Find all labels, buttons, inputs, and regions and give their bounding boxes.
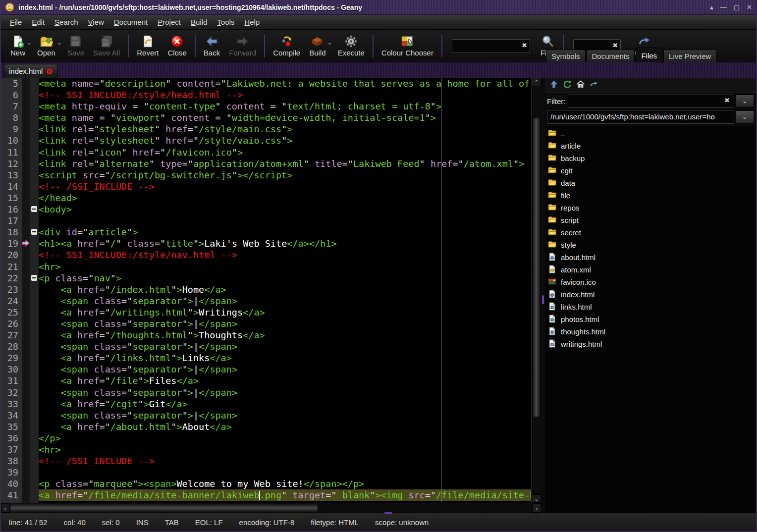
marker-margin[interactable] — [22, 135, 30, 146]
line-number[interactable]: 31 — [1, 375, 22, 386]
fold-margin[interactable] — [30, 398, 39, 410]
marker-margin[interactable] — [22, 467, 30, 478]
fold-margin[interactable] — [30, 112, 39, 123]
fold-margin[interactable] — [30, 272, 39, 284]
code-line-34[interactable]: 34 <span class="separator">|</span> — [1, 410, 531, 421]
close-button[interactable]: Close — [167, 35, 186, 57]
marker-margin[interactable] — [22, 421, 30, 432]
fold-collapse-icon[interactable] — [31, 229, 37, 235]
tab-live-preview[interactable]: Live Preview — [663, 50, 716, 62]
code-line-32[interactable]: 32 <span class="separator">|</span> — [1, 387, 531, 398]
open-button[interactable]: Open — [37, 35, 55, 57]
line-number[interactable]: 7 — [1, 101, 22, 112]
code-text[interactable]: <!-- SSI_INCLUDE:/style/head.html --> — [39, 89, 531, 101]
code-text[interactable]: <link rel="stylesheet" href="/style/main… — [39, 123, 531, 135]
code-text[interactable]: </p> — [39, 432, 531, 444]
fold-margin[interactable] — [30, 329, 39, 341]
scroll-down-arrow[interactable]: ⌄ — [532, 494, 541, 503]
marker-margin[interactable] — [22, 410, 30, 421]
code-line-9[interactable]: 9<link rel="stylesheet" href="/style/mai… — [1, 123, 531, 135]
line-number[interactable]: 35 — [1, 421, 22, 432]
code-text[interactable]: <a href="/cgit">Git</a> — [39, 398, 531, 410]
marker-margin[interactable] — [22, 387, 30, 398]
menu-build[interactable]: Build — [186, 16, 212, 28]
line-number[interactable]: 33 — [1, 398, 22, 410]
file-about.html[interactable]: about.html — [545, 251, 756, 264]
fold-margin[interactable] — [30, 387, 39, 398]
vertical-scroll-thumb[interactable] — [532, 118, 541, 417]
code-text[interactable]: <span class="separator">|</span> — [39, 318, 531, 329]
code-line-5[interactable]: 5<meta name="description" content="Lakiw… — [1, 78, 531, 89]
build-dropdown-arrow[interactable]: ⌄ — [327, 39, 332, 46]
line-number[interactable]: 6 — [1, 89, 22, 101]
fold-margin[interactable] — [30, 364, 39, 375]
folder-..[interactable]: .. — [545, 127, 756, 140]
fold-margin[interactable] — [30, 261, 39, 272]
marker-margin[interactable] — [22, 192, 30, 204]
fold-margin[interactable] — [30, 467, 39, 478]
scroll-left-arrow[interactable]: ‹ — [1, 503, 9, 513]
fold-margin[interactable] — [30, 307, 39, 318]
marker-margin[interactable] — [22, 158, 30, 169]
fold-margin[interactable] — [30, 78, 39, 89]
line-number[interactable]: 11 — [1, 147, 22, 158]
code-line-12[interactable]: 12<link rel="alternate" type="applicatio… — [1, 158, 531, 169]
code-text[interactable]: <!-- /SSI_INCLUDE --> — [39, 455, 531, 467]
file-atom.xml[interactable]: atom.xml — [545, 264, 756, 276]
marker-margin[interactable] — [22, 101, 30, 112]
code-text[interactable]: <a href="/writings.html">Writings</a> — [39, 307, 531, 318]
code-line-28[interactable]: 28 <span class="separator">|</span> — [1, 341, 531, 352]
marker-margin[interactable] — [22, 444, 30, 455]
code-line-33[interactable]: 33 <a href="/cgit">Git</a> — [1, 398, 531, 410]
tab-close-icon[interactable] — [46, 68, 53, 75]
menu-view[interactable]: View — [83, 16, 109, 28]
refresh-icon[interactable] — [563, 80, 572, 91]
code-line-11[interactable]: 11<link rel="icon" href="/favicon.ico"> — [1, 147, 531, 158]
fold-margin[interactable] — [30, 421, 39, 432]
code-line-13[interactable]: 13<script src="/script/bg-switcher.js"><… — [1, 169, 531, 181]
scroll-right-arrow[interactable]: › — [533, 503, 541, 513]
line-number[interactable]: 12 — [1, 158, 22, 169]
line-number[interactable]: 20 — [1, 249, 22, 261]
marker-margin[interactable] — [22, 261, 30, 272]
marker-margin[interactable] — [22, 272, 30, 284]
fold-margin[interactable] — [30, 147, 39, 158]
fold-margin[interactable] — [30, 158, 39, 169]
code-line-30[interactable]: 30 <span class="separator">|</span> — [1, 364, 531, 375]
marker-margin[interactable] — [22, 432, 30, 444]
code-text[interactable]: <link rel="alternate" type="application/… — [39, 158, 531, 169]
code-text[interactable]: <!-- SSI_INCLUDE:/style/nav.html --> — [39, 249, 531, 261]
code-text[interactable]: <a href="/links.html">Links</a> — [39, 352, 531, 364]
file-thoughts.html[interactable]: thoughts.html — [545, 325, 756, 338]
code-line-7[interactable]: 7<meta http-equiv = "content-type" conte… — [1, 101, 531, 112]
line-number[interactable]: 10 — [1, 135, 22, 146]
fold-margin[interactable] — [30, 284, 39, 295]
up-icon[interactable] — [549, 80, 558, 91]
folder-file[interactable]: file — [545, 189, 756, 202]
line-number[interactable]: 30 — [1, 364, 22, 375]
code-line-26[interactable]: 26 <span class="separator">|</span> — [1, 318, 531, 329]
tab-symbols[interactable]: Symbols — [546, 50, 586, 62]
marker-margin[interactable] — [22, 318, 30, 329]
fold-margin[interactable] — [30, 478, 39, 489]
code-line-38[interactable]: 38<!-- /SSI_INCLUDE --> — [1, 455, 531, 467]
fold-margin[interactable] — [30, 226, 39, 238]
code-text[interactable]: <!-- /SSI_INCLUDE --> — [39, 181, 531, 192]
folder-data[interactable]: data — [545, 177, 756, 189]
code-line-6[interactable]: 6<!-- SSI_INCLUDE:/style/head.html --> — [1, 89, 531, 101]
code-line-31[interactable]: 31 <a href="/file">Files</a> — [1, 375, 531, 386]
menu-edit[interactable]: Edit — [27, 16, 50, 28]
code-editor[interactable]: 5<meta name="description" content="Lakiw… — [1, 78, 531, 503]
fold-margin[interactable] — [30, 455, 39, 467]
folder-script[interactable]: script — [545, 214, 756, 226]
marker-margin[interactable] — [22, 89, 30, 101]
back-button[interactable]: Back — [204, 35, 220, 57]
open-dropdown-arrow[interactable]: ⌄ — [57, 39, 62, 46]
code-line-8[interactable]: 8<meta name = "viewport" content = "widt… — [1, 112, 531, 123]
marker-margin[interactable] — [22, 147, 30, 158]
marker-margin[interactable] — [22, 352, 30, 364]
line-number[interactable]: 18 — [1, 226, 22, 238]
revert-button[interactable]: Revert — [137, 35, 159, 57]
code-line-41[interactable]: 41<a href="/file/media/site-banner/lakiw… — [1, 489, 531, 501]
editor-vertical-scrollbar[interactable]: ⌃ ⌄ — [531, 78, 541, 503]
